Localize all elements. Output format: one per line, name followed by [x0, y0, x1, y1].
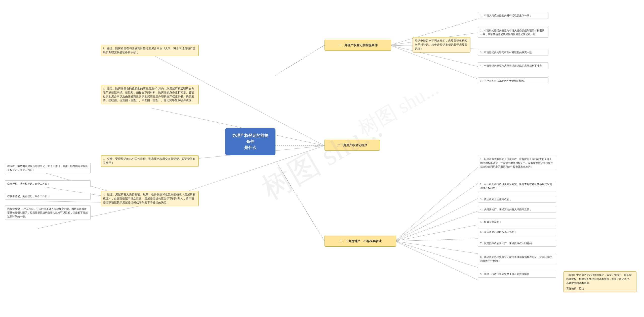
- b1-item-4: 4、申请登记的事项与房屋登记簿记载的房屋权利不冲突: [478, 62, 548, 69]
- s4-item-1: ①国有土地范围内房屋所有权登记，30个工作日，集体土地范围内房屋所有权登记，60…: [5, 163, 91, 173]
- b3-item-7: 7、设定抵押权的房地产，未经抵押权人同意的；: [478, 240, 556, 247]
- b3-item-8: 8、商品房未办理预售登记审批手续领取预售许可证，或未经验收和验收不合格的；: [478, 254, 556, 264]
- note-editor: 责任编辑：竹韵: [566, 287, 634, 291]
- watermark2: 树图 shu...: [353, 75, 444, 142]
- b3-item-6: 6、未依法登记领取权属证书的；: [478, 229, 556, 235]
- note-text: 《条例》中对房产登记程序的规定，落实了党核心、国务院简政放权、构建服务性政府的基…: [566, 273, 634, 285]
- step-4: 4、领证。房屋所有人凭身份证、私章、收件收据和收款票据领取《房屋所有权证》，自受…: [101, 191, 199, 206]
- svg-line-22: [395, 239, 478, 241]
- b3-item-4: 4、共用房地产，未经其他共有人书面同意的；: [478, 206, 556, 213]
- note-box: 《条例》中对房产登记程序的规定，落实了党核心、国务院简政放权、构建服务性政府的基…: [564, 271, 636, 292]
- svg-line-17: [395, 167, 478, 241]
- s4-item-2: ②抵押权、地役权登记，10个工作日；: [5, 180, 91, 187]
- svg-line-24: [395, 241, 478, 268]
- svg-line-0: [275, 45, 325, 75]
- branch-1: 一、办理产权登记的前提条件: [325, 40, 391, 51]
- svg-line-23: [395, 241, 478, 254]
- b3-item-5: 5、权属有争议的；: [478, 219, 556, 225]
- svg-line-25: [395, 241, 478, 280]
- step-3: 3、交费。受理登记的15个工作日后，到房屋产权所交齐登记费、鉴证费等有关费用；: [101, 155, 199, 167]
- central-node: 办理产权登记的前提条件是什么: [225, 128, 275, 155]
- b1-item-5: 5、不存在本办法规定的不予登记的情形。: [478, 77, 548, 84]
- b3-item-3: 3、依法收回土地使用权的；: [478, 196, 556, 203]
- b1-item-2: 2、申请初始登记的房屋与申请人提交的规划证明材料记载一致，申请其他登记的房屋与房…: [478, 27, 548, 38]
- branch1-intro: 登记申请符合下列条件的，房屋登记机构应当予以登记。将申请登记事项记载于房屋登记簿…: [413, 37, 470, 52]
- branch-3: 三、下列房地产，不得买卖转让: [325, 236, 396, 247]
- step-1: 1、鉴证。购房者需在与开发商所签订购房合同后15天内，将合同送房地产交易所办理交…: [101, 45, 199, 56]
- svg-line-21: [395, 225, 478, 241]
- b1-item-1: 1、申请人与依法提交的材料记载的主体一致；: [478, 12, 548, 19]
- svg-line-2: [275, 161, 325, 241]
- s4-item-4: ④异议登记，1个工作日。公告时间不计入前款规定时限。因特殊原因需要延长登记时限的…: [5, 205, 91, 220]
- b3-item-2: 2、司法机关和行政机关依法规定、决定查封或者以其他形式限制房地产权利的；: [478, 181, 556, 191]
- b1-item-3: 3、申请登记的内容与有关材料证明的事实一致；: [478, 49, 548, 56]
- svg-line-20: [395, 211, 478, 241]
- branch-2: 二、房屋产权登记程序: [325, 140, 380, 151]
- b3-item-1: 1、以出让方式取得的土地使用权，没有按照合同约定支付全部土地使用权出让金，并取得…: [478, 156, 556, 170]
- b3-item-9: 9、法律、行政法规规定禁止转让的其他情形: [478, 271, 556, 278]
- s4-item-3: ③预告登记、更正登记，10个工作日；: [5, 193, 91, 200]
- svg-line-18: [395, 183, 478, 241]
- svg-line-19: [395, 198, 478, 241]
- step-2: 2、登记。购房者需在购置所购的商品房后3个月内，到房屋产权监理所去办理产权登记手…: [101, 85, 199, 104]
- mindmap: 办理产权登记的前提条件是什么 一、办理产权登记的前提条件 登记申请符合下列条件的…: [0, 0, 644, 317]
